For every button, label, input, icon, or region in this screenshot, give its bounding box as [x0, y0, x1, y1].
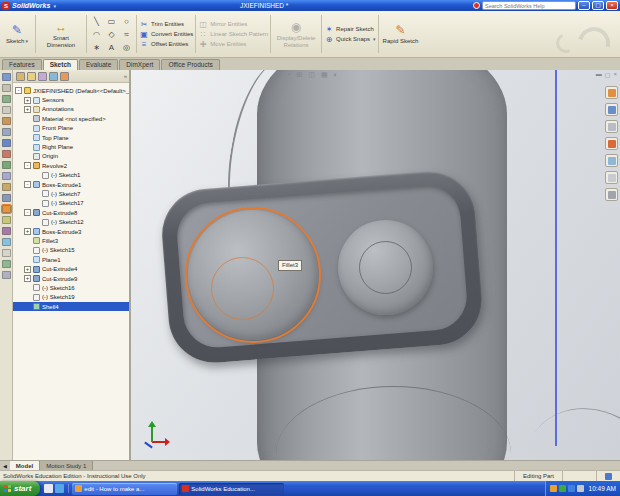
maximize-button[interactable]: ▢ [592, 1, 604, 10]
trim-entities-button[interactable]: ✂Trim Entities [139, 20, 193, 29]
tree-expander[interactable]: - [24, 162, 31, 169]
wireframe-icon[interactable] [2, 227, 11, 235]
zoom-fit-icon[interactable] [2, 161, 11, 169]
tree-item[interactable]: +Cut-Extrude4 [13, 264, 129, 273]
linear-sketch-pattern-button[interactable]: ∷Linear Sketch Pattern [198, 30, 268, 39]
internet-explorer-icon[interactable] [55, 484, 64, 493]
display-style-icon[interactable]: ◐ [334, 71, 338, 79]
tree-item[interactable]: Fillet3 [13, 236, 129, 245]
tab-evaluate[interactable]: Evaluate [79, 59, 118, 70]
network-icon[interactable] [568, 485, 575, 492]
tree-item[interactable]: -JXIEFINISHED (Default<<Default>_ [13, 86, 129, 95]
normal-to-icon[interactable] [2, 205, 11, 213]
tree-item[interactable]: -Boss-Extrude1 [13, 180, 129, 189]
tree-item[interactable]: -Revolve2 [13, 161, 129, 170]
close-button[interactable]: × [606, 1, 618, 10]
rotate-view-icon[interactable] [2, 183, 11, 191]
ellipse-tool[interactable]: ◎ [119, 41, 134, 54]
tree-expander[interactable]: - [15, 87, 22, 94]
appearance-icon[interactable] [2, 260, 11, 268]
show-desktop-icon[interactable] [44, 484, 53, 493]
zoom-fit-icon[interactable]: ⌂ [276, 71, 280, 79]
tree-expander[interactable]: - [24, 209, 31, 216]
tree-item[interactable]: +Boss-Extrude3 [13, 227, 129, 236]
tab-scroll-arrow-icon[interactable]: ◀ [0, 463, 10, 469]
tree-item[interactable]: -Cut-Extrude8 [13, 208, 129, 217]
shaded-icon[interactable] [2, 216, 11, 224]
view-palette-icon[interactable] [605, 154, 618, 167]
tab-features[interactable]: Features [2, 59, 42, 70]
section-view-icon[interactable]: ◫ [308, 71, 315, 79]
zoom-area-icon[interactable]: ◔ [286, 71, 290, 79]
repair-sketch-button[interactable]: ✶Repair Sketch [324, 25, 376, 34]
arc-tool[interactable]: ◠ [89, 28, 104, 41]
tree-expander[interactable]: + [24, 266, 31, 273]
custom-properties-icon[interactable] [605, 188, 618, 201]
help-icon[interactable] [473, 2, 480, 9]
taskbar-task-2[interactable]: SolidWorks Education... [179, 483, 284, 495]
spline-tool[interactable]: ≈ [119, 28, 134, 41]
open-icon[interactable] [2, 84, 11, 92]
viewport-minimize-icon[interactable]: ▬ [596, 71, 602, 78]
tree-item[interactable]: Shell4 [13, 302, 129, 311]
tree-expander[interactable]: + [24, 106, 31, 113]
view-settings-icon[interactable]: ▦ [321, 71, 328, 79]
point-tool[interactable]: ∗ [89, 41, 104, 54]
updates-icon[interactable] [550, 485, 557, 492]
polygon-tool[interactable]: ◇ [104, 28, 119, 41]
move-entities-button[interactable]: ✚Move Entities [198, 40, 268, 49]
propertymanager-tab-icon[interactable] [27, 72, 36, 81]
tree-item[interactable]: (-) Sketch7 [13, 189, 129, 198]
graphics-area[interactable]: Fillet3 ⌂◔⊞◫▦◐ ▬ ▢ × [131, 70, 620, 460]
tree-expander[interactable]: + [24, 228, 31, 235]
circle-tool[interactable]: ○ [119, 15, 134, 28]
tree-item[interactable]: (-) Sketch17 [13, 199, 129, 208]
previous-view-icon[interactable]: ⊞ [296, 71, 302, 79]
taskbar-task-1[interactable]: edit - How to make a... [72, 483, 177, 495]
zoom-area-icon[interactable] [2, 172, 11, 180]
tree-expander[interactable]: + [24, 275, 31, 282]
print-icon[interactable] [2, 106, 11, 114]
save-icon[interactable] [2, 95, 11, 103]
rapid-sketch-button[interactable]: ✎ Rapid Sketch [381, 13, 421, 55]
tree-expander[interactable]: - [24, 181, 31, 188]
offset-entities-button[interactable]: ≡Offset Entities [139, 40, 193, 49]
tree-item[interactable]: (-) Sketch15 [13, 246, 129, 255]
tree-item[interactable]: Top Plane [13, 133, 129, 142]
new-icon[interactable] [2, 73, 11, 81]
tree-item[interactable]: Origin [13, 152, 129, 161]
tab-office-products[interactable]: Office Products [161, 59, 219, 70]
volume-icon[interactable] [577, 485, 584, 492]
displaymanager-tab-icon[interactable] [60, 72, 69, 81]
viewport-restore-icon[interactable]: ▢ [605, 71, 611, 78]
design-library-icon[interactable] [605, 103, 618, 116]
tree-item[interactable]: +Sensors [13, 95, 129, 104]
tab-motion-study-1[interactable]: Motion Study 1 [40, 461, 93, 471]
tree-item[interactable]: (-) Sketch12 [13, 217, 129, 226]
line-tool[interactable]: ╲ [89, 15, 104, 28]
tree-item[interactable]: +Annotations [13, 105, 129, 114]
dimxpertmanager-tab-icon[interactable] [49, 72, 58, 81]
configurationmanager-tab-icon[interactable] [38, 72, 47, 81]
minimize-button[interactable]: – [578, 1, 590, 10]
pan-icon[interactable] [2, 194, 11, 202]
measure-icon[interactable] [2, 249, 11, 257]
tree-item[interactable]: (-) Sketch1 [13, 171, 129, 180]
options-icon[interactable] [2, 271, 11, 279]
solidworks-resources-icon[interactable] [605, 86, 618, 99]
display-delete-relations-button[interactable]: ◉ Display/Delete Relations [273, 13, 319, 55]
section-view-icon[interactable] [2, 238, 11, 246]
tree-expander[interactable]: + [24, 97, 31, 104]
tree-item[interactable]: (-) Sketch19 [13, 293, 129, 302]
tree-item[interactable]: Plane1 [13, 255, 129, 264]
sketch-icon[interactable] [2, 150, 11, 158]
featuremanager-tab-icon[interactable] [16, 72, 25, 81]
panel-flyout-icon[interactable]: » [124, 73, 129, 79]
select-icon[interactable] [2, 139, 11, 147]
mirror-entities-button[interactable]: ◫Mirror Entities [198, 20, 268, 29]
tree-item[interactable]: Right Plane [13, 142, 129, 151]
convert-entities-button[interactable]: ▣Convert Entities [139, 30, 193, 39]
tab-sketch[interactable]: Sketch [43, 59, 78, 70]
rebuild-icon[interactable] [2, 128, 11, 136]
smart-dimension-button[interactable]: ↔ Smart Dimension [38, 13, 84, 55]
